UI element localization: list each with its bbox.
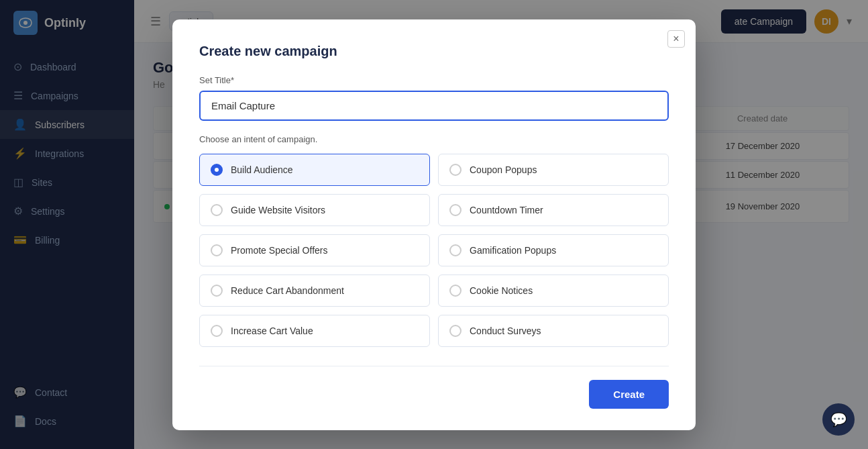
radio-conduct-surveys: [449, 325, 462, 337]
intent-label-reduce-cart: Reduce Cart Abandonment: [231, 285, 344, 296]
radio-cookie-notices: [449, 285, 462, 297]
intent-option-gamification[interactable]: Gamification Popups: [438, 234, 669, 266]
intent-label-guide-website: Guide Website Visitors: [231, 205, 325, 215]
intent-label-increase-cart: Increase Cart Value: [231, 326, 313, 336]
intent-label: Choose an intent of campaign.: [199, 134, 669, 144]
intent-label-promote-special: Promote Special Offers: [231, 245, 327, 256]
modal-footer: Create: [199, 366, 669, 409]
intent-option-conduct-surveys[interactable]: Conduct Surveys: [438, 315, 669, 347]
intent-option-build-audience[interactable]: Build Audience: [199, 154, 430, 186]
chat-bubble[interactable]: 💬: [822, 403, 855, 436]
create-button[interactable]: Create: [589, 380, 669, 409]
modal-title: Create new campaign: [199, 44, 669, 59]
radio-build-audience: [211, 164, 223, 176]
intent-option-countdown-timer[interactable]: Countdown Timer: [438, 194, 669, 226]
intent-label-coupon-popups: Coupon Popups: [470, 164, 537, 175]
chat-icon: 💬: [830, 411, 847, 428]
intent-label-build-audience: Build Audience: [231, 164, 293, 175]
modal-dialog: × Create new campaign Set Title* Choose …: [172, 19, 696, 430]
title-field-label: Set Title*: [199, 75, 669, 85]
modal-overlay[interactable]: × Create new campaign Set Title* Choose …: [0, 0, 868, 449]
intent-label-gamification: Gamification Popups: [470, 245, 556, 256]
intent-label-conduct-surveys: Conduct Surveys: [470, 326, 541, 336]
radio-gamification: [449, 244, 462, 256]
modal-close-button[interactable]: ×: [667, 30, 685, 48]
intent-option-guide-website[interactable]: Guide Website Visitors: [199, 194, 430, 226]
radio-guide-website: [211, 204, 223, 216]
intent-option-coupon-popups[interactable]: Coupon Popups: [438, 154, 669, 186]
campaign-title-input[interactable]: [199, 91, 669, 121]
radio-countdown-timer: [449, 204, 462, 216]
intent-label-countdown-timer: Countdown Timer: [470, 205, 543, 215]
radio-promote-special: [211, 244, 223, 256]
intent-grid: Build AudienceCoupon PopupsGuide Website…: [199, 154, 669, 347]
intent-option-cookie-notices[interactable]: Cookie Notices: [438, 275, 669, 307]
radio-increase-cart: [211, 325, 223, 337]
radio-coupon-popups: [449, 164, 462, 176]
intent-option-increase-cart[interactable]: Increase Cart Value: [199, 315, 430, 347]
radio-reduce-cart: [211, 285, 223, 297]
intent-option-promote-special[interactable]: Promote Special Offers: [199, 234, 430, 266]
intent-label-cookie-notices: Cookie Notices: [470, 285, 533, 296]
intent-option-reduce-cart[interactable]: Reduce Cart Abandonment: [199, 275, 430, 307]
